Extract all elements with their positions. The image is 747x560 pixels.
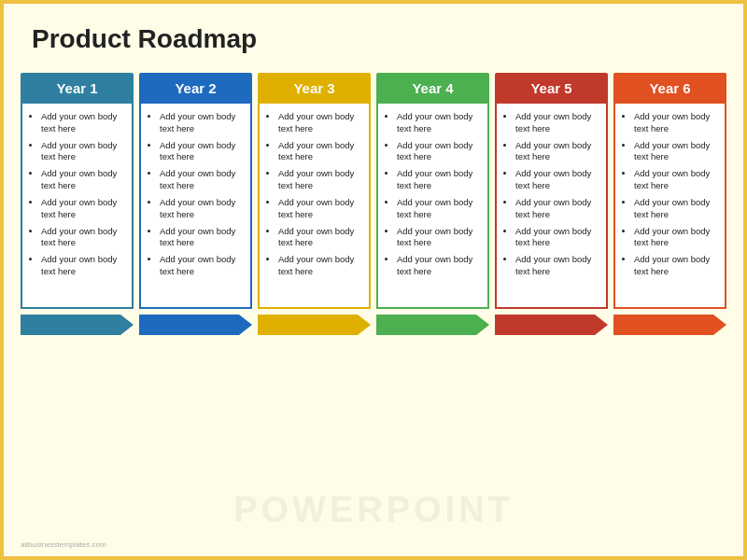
list-item: Add your own body text here: [278, 226, 363, 250]
list-item: Add your own body text here: [160, 168, 245, 192]
list-item: Add your own body text here: [41, 254, 126, 278]
list-item: Add your own body text here: [278, 197, 363, 221]
year-column-3: Year 3Add your own body text hereAdd you…: [258, 73, 371, 309]
list-item: Add your own body text here: [397, 226, 482, 250]
year-header-6: Year 6: [613, 73, 726, 104]
year-header-5: Year 5: [495, 73, 608, 104]
roadmap-container: Year 1Add your own body text hereAdd you…: [4, 63, 743, 309]
list-item: Add your own body text here: [160, 111, 245, 135]
list-item: Add your own body text here: [634, 226, 719, 250]
list-item: Add your own body text here: [278, 168, 363, 192]
list-item: Add your own body text here: [41, 111, 126, 135]
list-item: Add your own body text here: [397, 111, 482, 135]
year-column-2: Year 2Add your own body text hereAdd you…: [139, 73, 252, 309]
year-body-3: Add your own body text hereAdd your own …: [258, 104, 371, 309]
year-body-5: Add your own body text hereAdd your own …: [495, 104, 608, 309]
list-item: Add your own body text here: [397, 254, 482, 278]
year-column-4: Year 4Add your own body text hereAdd you…: [376, 73, 489, 309]
list-item: Add your own body text here: [515, 111, 600, 135]
list-item: Add your own body text here: [160, 226, 245, 250]
list-item: Add your own body text here: [515, 254, 600, 278]
page-title: Product Roadmap: [4, 4, 743, 63]
list-item: Add your own body text here: [515, 226, 600, 250]
arrow-row: [4, 311, 743, 339]
footnote: allbusinesstemplates.com: [21, 540, 106, 549]
year-column-5: Year 5Add your own body text hereAdd you…: [495, 73, 608, 309]
list-item: Add your own body text here: [634, 197, 719, 221]
list-item: Add your own body text here: [634, 254, 719, 278]
year-body-2: Add your own body text hereAdd your own …: [139, 104, 252, 309]
list-item: Add your own body text here: [397, 168, 482, 192]
list-item: Add your own body text here: [634, 140, 719, 164]
list-item: Add your own body text here: [515, 197, 600, 221]
year-body-6: Add your own body text hereAdd your own …: [613, 104, 726, 309]
list-item: Add your own body text here: [160, 197, 245, 221]
year-header-4: Year 4: [376, 73, 489, 104]
list-item: Add your own body text here: [41, 140, 126, 164]
watermark: PowerPoint: [233, 490, 514, 530]
list-item: Add your own body text here: [515, 140, 600, 164]
list-item: Add your own body text here: [41, 226, 126, 250]
list-item: Add your own body text here: [634, 111, 719, 135]
list-item: Add your own body text here: [160, 140, 245, 164]
list-item: Add your own body text here: [41, 168, 126, 192]
year-header-3: Year 3: [258, 73, 371, 104]
list-item: Add your own body text here: [397, 140, 482, 164]
list-item: Add your own body text here: [160, 254, 245, 278]
arrow-6: [613, 311, 726, 339]
list-item: Add your own body text here: [515, 168, 600, 192]
arrow-4: [376, 311, 489, 339]
year-body-1: Add your own body text hereAdd your own …: [21, 104, 134, 309]
list-item: Add your own body text here: [41, 197, 126, 221]
arrow-3: [258, 311, 371, 339]
arrow-2: [139, 311, 252, 339]
list-item: Add your own body text here: [278, 254, 363, 278]
year-body-4: Add your own body text hereAdd your own …: [376, 104, 489, 309]
list-item: Add your own body text here: [634, 168, 719, 192]
year-header-2: Year 2: [139, 73, 252, 104]
list-item: Add your own body text here: [278, 111, 363, 135]
list-item: Add your own body text here: [397, 197, 482, 221]
year-column-1: Year 1Add your own body text hereAdd you…: [21, 73, 134, 309]
year-header-1: Year 1: [21, 73, 134, 104]
arrow-1: [21, 311, 134, 339]
arrow-5: [495, 311, 608, 339]
list-item: Add your own body text here: [278, 140, 363, 164]
year-column-6: Year 6Add your own body text hereAdd you…: [613, 73, 726, 309]
